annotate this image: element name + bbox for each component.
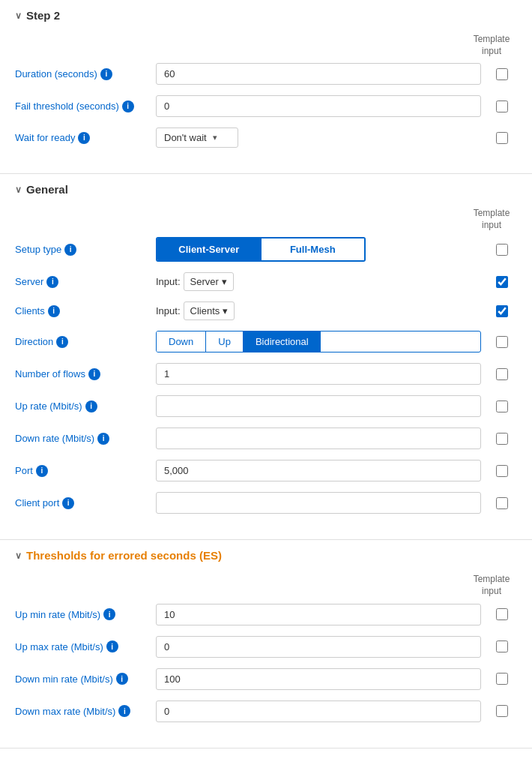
thresholds-header[interactable]: ∨ Thresholds for errored seconds (ES) [15,549,517,562]
up-max-rate-info-icon[interactable]: i [106,640,118,652]
full-mesh-button[interactable]: Full-Mesh [262,238,365,260]
clients-label: Clients i [15,305,150,317]
fail-threshold-input[interactable] [156,95,481,117]
step2-template-input-label: Templateinput [469,34,514,57]
duration-row: Duration (seconds) i [15,63,517,85]
port-input-wrapper [156,460,481,482]
client-port-template-checkbox-col [487,497,517,509]
up-max-rate-template-checkbox-col [487,640,517,652]
number-of-flows-template-checkbox[interactable] [496,368,508,380]
down-min-rate-template-checkbox[interactable] [496,673,508,685]
direction-template-checkbox[interactable] [496,336,508,348]
clients-info-icon[interactable]: i [48,305,60,317]
down-rate-input[interactable] [156,428,481,449]
up-max-rate-row: Up max rate (Mbit/s) i [15,636,517,658]
down-rate-label: Down rate (Mbit/s) i [15,433,150,445]
setup-type-toggle: Client-Server Full-Mesh [156,237,366,262]
up-rate-input[interactable] [156,395,481,417]
up-max-rate-template-checkbox[interactable] [496,640,508,652]
wait-for-ready-chevron-icon: ▾ [213,133,217,142]
wait-for-ready-info-icon[interactable]: i [78,132,90,144]
direction-toggle-wrapper: Down Up Bidirectional [156,331,481,352]
down-max-rate-info-icon[interactable]: i [118,705,130,717]
fail-threshold-input-wrapper [156,95,481,117]
number-of-flows-row: Number of flows i [15,363,517,385]
step2-chevron-icon: ∨ [15,10,22,21]
wait-for-ready-dropdown[interactable]: Don't wait ▾ [156,128,238,148]
thresholds-chevron-icon: ∨ [15,550,22,561]
client-port-info-icon[interactable]: i [62,497,74,509]
up-rate-label: Up rate (Mbit/s) i [15,400,150,412]
setup-type-toggle-wrapper: Client-Server Full-Mesh [156,237,481,262]
direction-bidirectional-button[interactable]: Bidirectional [244,332,321,352]
clients-dropdown[interactable]: Clients ▾ [184,302,235,320]
server-info-icon[interactable]: i [46,276,58,288]
client-port-template-checkbox[interactable] [496,497,508,509]
down-max-rate-template-checkbox[interactable] [496,705,508,717]
up-min-rate-template-checkbox[interactable] [496,608,508,620]
client-port-label: Client port i [15,497,150,509]
up-rate-info-icon[interactable]: i [85,400,97,412]
general-chevron-icon: ∨ [15,184,22,195]
direction-up-button[interactable]: Up [206,332,244,352]
fail-threshold-info-icon[interactable]: i [122,100,134,112]
wait-for-ready-dropdown-wrapper: Don't wait ▾ [156,128,481,148]
down-max-rate-template-checkbox-col [487,705,517,717]
down-rate-info-icon[interactable]: i [97,433,109,445]
setup-type-info-icon[interactable]: i [64,244,76,256]
down-min-rate-input[interactable] [156,668,481,690]
step2-header[interactable]: ∨ Step 2 [15,9,517,22]
general-header[interactable]: ∨ General [15,183,517,196]
down-max-rate-input[interactable] [156,700,481,722]
port-label: Port i [15,465,150,477]
port-info-icon[interactable]: i [36,465,48,477]
general-section: ∨ General Templateinput Setup type i Cli… [0,174,532,540]
clients-inline-select: Input: Clients ▾ [156,302,235,320]
setup-type-template-checkbox[interactable] [496,244,508,256]
general-title: General [26,183,68,196]
up-min-rate-label: Up min rate (Mbit/s) i [15,608,150,620]
duration-input-wrapper [156,63,481,85]
down-max-rate-row: Down max rate (Mbit/s) i [15,700,517,722]
clients-template-checkbox[interactable] [496,305,508,317]
up-max-rate-input[interactable] [156,636,481,658]
direction-row: Direction i Down Up Bidirectional [15,331,517,352]
client-server-button[interactable]: Client-Server [157,238,262,260]
down-rate-template-checkbox-col [487,433,517,445]
down-min-rate-row: Down min rate (Mbit/s) i [15,668,517,690]
up-min-rate-info-icon[interactable]: i [103,608,115,620]
wait-for-ready-template-checkbox[interactable] [496,132,508,144]
duration-template-checkbox[interactable] [496,68,508,80]
port-input[interactable] [156,460,481,482]
down-rate-row: Down rate (Mbit/s) i [15,428,517,449]
thresholds-template-input-label: Templateinput [469,574,514,597]
duration-info-icon[interactable]: i [100,68,112,80]
number-of-flows-input[interactable] [156,363,481,385]
direction-down-button[interactable]: Down [157,332,206,352]
number-of-flows-info-icon[interactable]: i [88,368,100,380]
port-template-checkbox[interactable] [496,465,508,477]
client-port-input[interactable] [156,492,481,514]
direction-label: Direction i [15,336,150,348]
up-min-rate-input[interactable] [156,604,481,626]
step2-title: Step 2 [26,9,60,22]
fail-threshold-label: Fail threshold (seconds) i [15,100,150,112]
up-rate-template-checkbox[interactable] [496,400,508,412]
port-row: Port i [15,460,517,482]
direction-info-icon[interactable]: i [56,336,68,348]
step2-template-header: Templateinput [15,34,517,57]
server-inline-select: Input: Server ▾ [156,272,234,291]
fail-threshold-template-checkbox[interactable] [496,100,508,112]
server-template-checkbox[interactable] [496,276,508,288]
down-rate-template-checkbox[interactable] [496,433,508,445]
down-min-rate-info-icon[interactable]: i [116,673,128,685]
duration-input[interactable] [156,63,481,85]
down-rate-input-wrapper [156,428,481,449]
up-rate-template-checkbox-col [487,400,517,412]
down-min-rate-template-checkbox-col [487,673,517,685]
setup-type-label: Setup type i [15,244,150,256]
up-rate-row: Up rate (Mbit/s) i [15,395,517,417]
server-dropdown[interactable]: Server ▾ [184,272,234,291]
up-max-rate-label: Up max rate (Mbit/s) i [15,640,150,652]
up-max-rate-input-wrapper [156,636,481,658]
